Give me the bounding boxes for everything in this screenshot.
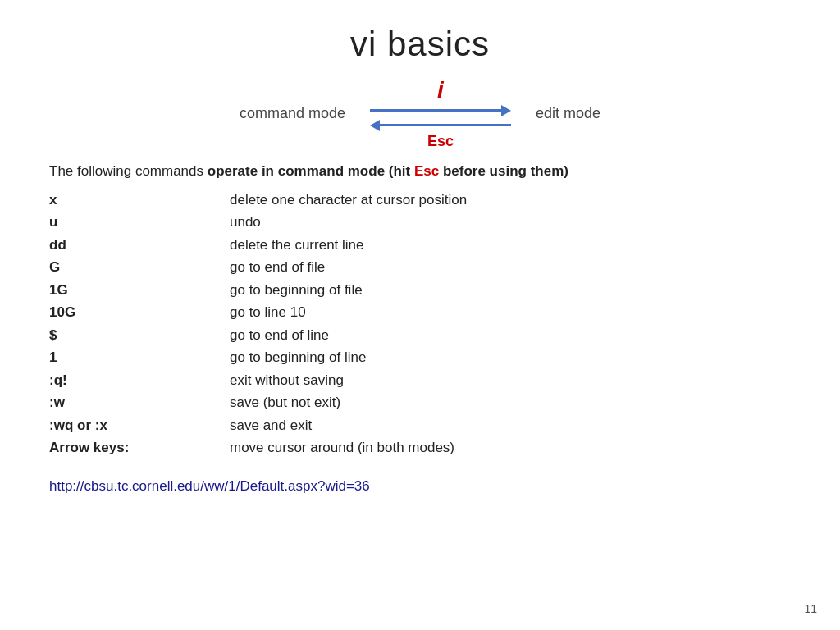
table-row: 10Ggo to line 10 xyxy=(49,301,791,324)
table-row: :wq or :xsave and exit xyxy=(49,414,791,437)
command-key: 10G xyxy=(49,301,230,324)
command-description: move cursor around (in both modes) xyxy=(230,436,791,459)
table-row: xdelete one character at cursor position xyxy=(49,189,791,212)
table-row: uundo xyxy=(49,211,791,234)
mode-diagram: command mode i Esc edit mode xyxy=(49,80,791,146)
forward-arrowhead xyxy=(501,105,511,116)
table-row: :q!exit without saving xyxy=(49,369,791,392)
command-description: delete the current line xyxy=(230,234,791,257)
command-description: save and exit xyxy=(230,414,791,437)
command-description: go to line 10 xyxy=(230,301,791,324)
command-key: x xyxy=(49,189,230,212)
intro-prefix: The following commands xyxy=(49,163,208,179)
backward-arrow-line xyxy=(380,124,511,126)
arrows-container: i Esc xyxy=(370,77,511,150)
table-row: dddelete the current line xyxy=(49,234,791,257)
command-description: go to end of line xyxy=(230,324,791,347)
command-description: go to beginning of file xyxy=(230,279,791,302)
esc-inline: Esc xyxy=(414,163,439,179)
slide: vi basics command mode i Esc edit mode T… xyxy=(0,0,840,630)
command-mode-label: command mode xyxy=(240,105,345,122)
table-row: Arrow keys:move cursor around (in both m… xyxy=(49,436,791,459)
command-description: save (but not exit) xyxy=(230,391,791,414)
table-row: :wsave (but not exit) xyxy=(49,391,791,414)
i-key-label: i xyxy=(437,77,444,103)
content-area: The following commands operate in comman… xyxy=(49,161,791,496)
table-row: $go to end of line xyxy=(49,324,791,347)
command-key: :q! xyxy=(49,369,230,392)
forward-arrow xyxy=(370,105,511,116)
slide-number: 11 xyxy=(804,602,817,615)
command-description: go to end of file xyxy=(230,256,791,279)
command-description: exit without saving xyxy=(230,369,791,392)
edit-mode-label: edit mode xyxy=(536,105,600,122)
command-key: :wq or :x xyxy=(49,414,230,437)
backward-arrow xyxy=(370,120,511,131)
intro-line: The following commands operate in comman… xyxy=(49,161,791,182)
command-key: :w xyxy=(49,391,230,414)
command-key: 1 xyxy=(49,346,230,369)
intro-bold: operate in command mode (hit Esc before … xyxy=(208,163,568,179)
command-description: undo xyxy=(230,211,791,234)
table-row: 1go to beginning of line xyxy=(49,346,791,369)
command-key: Arrow keys: xyxy=(49,436,230,459)
slide-title: vi basics xyxy=(49,25,791,64)
esc-key-label: Esc xyxy=(427,133,454,150)
command-key: G xyxy=(49,256,230,279)
table-row: 1Ggo to beginning of file xyxy=(49,279,791,302)
backward-arrowhead xyxy=(370,120,380,131)
command-key: dd xyxy=(49,234,230,257)
forward-arrow-line xyxy=(370,109,501,112)
command-key: $ xyxy=(49,324,230,347)
table-row: Ggo to end of file xyxy=(49,256,791,279)
command-description: delete one character at cursor position xyxy=(230,189,791,212)
command-key: 1G xyxy=(49,279,230,302)
command-table: xdelete one character at cursor position… xyxy=(49,189,791,459)
command-key: u xyxy=(49,211,230,234)
url-line: http://cbsu.tc.cornell.edu/ww/1/Default.… xyxy=(49,476,791,497)
command-description: go to beginning of line xyxy=(230,346,791,369)
